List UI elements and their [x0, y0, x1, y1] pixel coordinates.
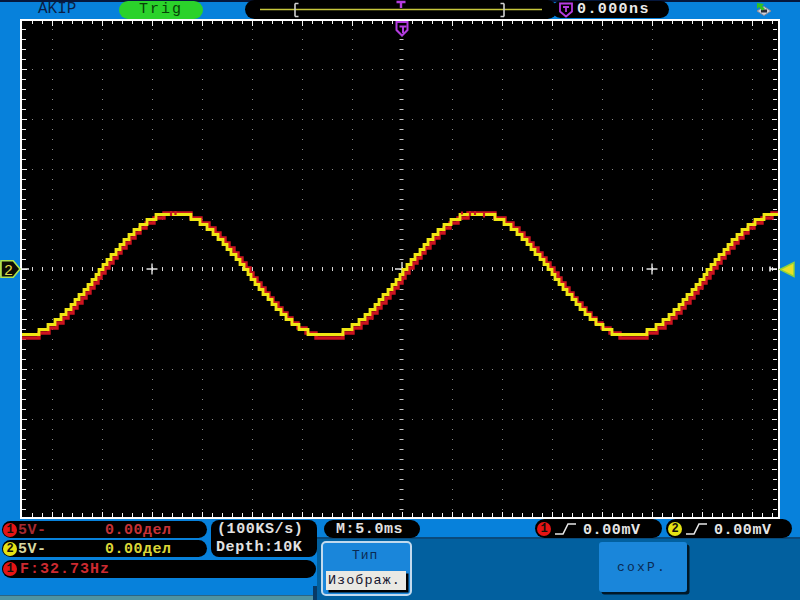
svg-text:2: 2 — [4, 263, 13, 280]
